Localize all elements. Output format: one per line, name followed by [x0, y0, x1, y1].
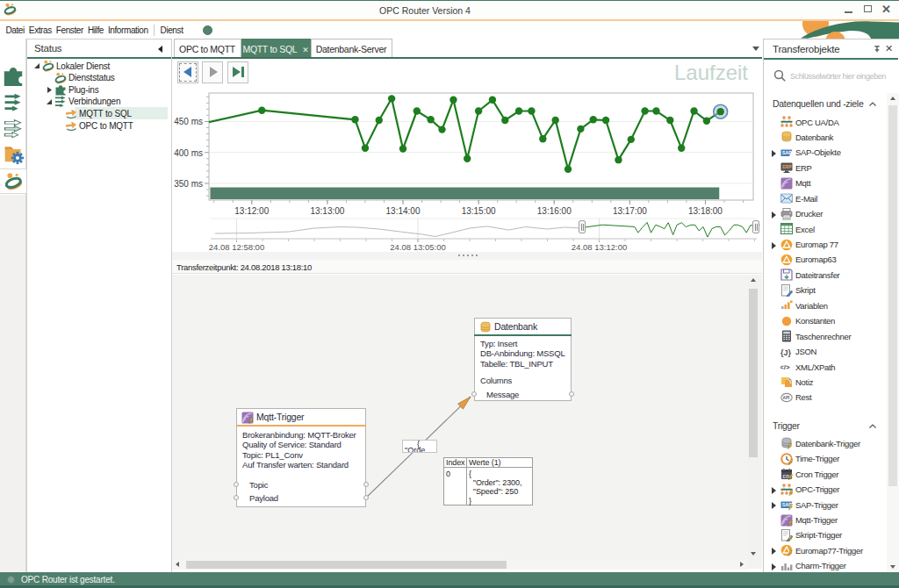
tree-item-mqtt-to-sql[interactable]: MQTT to SQL: [27, 107, 171, 119]
port-message[interactable]: Message: [486, 390, 519, 399]
data-point[interactable]: [362, 145, 369, 152]
plugins-icon[interactable]: [0, 64, 26, 89]
transfer-object-sap-trigger[interactable]: SAPSAP-Trigger: [764, 498, 887, 513]
pin-icon[interactable]: [873, 45, 881, 54]
tree-item-lokaler-dienst[interactable]: Lokaler Dienst: [27, 60, 171, 72]
opc-router-logo-icon[interactable]: [0, 172, 26, 192]
search-input[interactable]: [790, 68, 895, 84]
transfer-object-opc-trigger[interactable]: OPC-Trigger: [764, 483, 887, 498]
expand-icon[interactable]: [772, 487, 776, 494]
port-dot[interactable]: [569, 391, 574, 397]
connections-icon[interactable]: [0, 93, 26, 114]
transfer-object-rest[interactable]: APIRest: [764, 391, 887, 405]
tab-overflow-chevron-icon[interactable]: [752, 47, 759, 51]
scroll-left-icon[interactable]: [176, 562, 179, 567]
port-topic[interactable]: Topic: [249, 480, 268, 490]
tab-opc-to-mqtt[interactable]: OPC to MQTT: [174, 39, 241, 57]
chevron-up-icon[interactable]: [869, 102, 876, 106]
data-point[interactable]: [399, 145, 406, 152]
section-datenquellen-und-ziele[interactable]: Datenquellen und -ziele: [764, 97, 887, 115]
data-point[interactable]: [351, 116, 358, 123]
data-point[interactable]: [501, 117, 508, 124]
data-point[interactable]: [539, 135, 546, 142]
scroll-down-icon[interactable]: [890, 565, 895, 569]
splitter[interactable]: [172, 252, 762, 260]
tree-expanded-icon[interactable]: [47, 99, 53, 105]
data-point[interactable]: [628, 136, 635, 143]
nav-forward-button[interactable]: [202, 61, 223, 83]
data-point[interactable]: [388, 95, 395, 102]
transfer-object-drucker[interactable]: Drucker: [764, 207, 887, 222]
timeline-handle-right[interactable]: [752, 220, 759, 233]
data-point[interactable]: [641, 107, 648, 114]
expand-icon[interactable]: [772, 502, 776, 509]
scroll-up-icon[interactable]: [751, 278, 756, 282]
data-point[interactable]: [438, 125, 445, 133]
connection-diagram-canvas[interactable]: DatenbankTyp: Insert DB-Anbindung: MSSQL…: [172, 275, 762, 569]
panel-vertical-scrollbar[interactable]: [887, 93, 899, 572]
data-point[interactable]: [376, 117, 383, 124]
port-dot[interactable]: [234, 482, 239, 487]
nav-last-button[interactable]: [227, 61, 248, 83]
tab-datenbank-server[interactable]: Datenbank-Server: [311, 39, 392, 57]
menu-dienst[interactable]: Dienst: [158, 21, 185, 35]
project-settings-icon[interactable]: [0, 143, 26, 167]
transfer-object-excel[interactable]: Excel: [764, 222, 887, 237]
node-datenbank[interactable]: DatenbankTyp: Insert DB-Anbindung: MSSQL…: [474, 318, 572, 401]
tree-item-plug-ins[interactable]: Plug-ins: [27, 83, 171, 96]
data-point[interactable]: [450, 97, 457, 104]
connections-outline-icon[interactable]: [0, 119, 26, 140]
data-point[interactable]: [666, 117, 673, 124]
data-point[interactable]: [464, 155, 471, 162]
transfer-object-cron-trigger[interactable]: EBCron Trigger: [764, 467, 887, 482]
port-dot[interactable]: [363, 495, 369, 500]
timeline-handle-left[interactable]: [579, 220, 586, 233]
expand-icon[interactable]: [772, 242, 776, 249]
data-point[interactable]: [475, 107, 482, 114]
data-point[interactable]: [258, 107, 265, 114]
collapse-panel-icon[interactable]: [158, 46, 162, 53]
data-point[interactable]: [615, 156, 622, 163]
transfer-object-charm-trigger[interactable]: Charm-Trigger: [764, 559, 887, 572]
transfer-object-konstanten[interactable]: Konstanten: [764, 314, 887, 329]
transfer-object-mqtt[interactable]: Mqtt: [764, 176, 887, 191]
transfer-object-notiz[interactable]: Notiz: [764, 375, 887, 390]
menu-fenster[interactable]: Fenster: [54, 21, 85, 35]
menu-hilfe[interactable]: Hilfe: [85, 21, 105, 35]
data-point[interactable]: [602, 117, 609, 124]
data-point[interactable]: [590, 116, 597, 123]
transfer-object-euromap63[interactable]: Euromap63: [764, 253, 887, 268]
data-point[interactable]: [716, 108, 723, 115]
node-mqtt-trigger[interactable]: Mqtt-TriggerBrokeranbindung: MQTT-Broker…: [236, 408, 366, 507]
transfer-object-time-trigger[interactable]: Time-Trigger: [764, 452, 887, 467]
data-point[interactable]: [489, 97, 496, 104]
tree-expanded-icon[interactable]: [34, 63, 40, 69]
expand-icon[interactable]: [772, 548, 776, 555]
port-payload[interactable]: Payload: [249, 493, 278, 503]
port-dot[interactable]: [234, 495, 239, 500]
timeline-overview[interactable]: 24.08 12:58:0024.08 13:05:0024.08 13:12:…: [172, 216, 762, 252]
tree-collapsed-icon[interactable]: [47, 87, 53, 93]
scroll-right-icon[interactable]: [740, 562, 744, 567]
data-point[interactable]: [565, 166, 572, 173]
menu-extras[interactable]: Extras: [26, 21, 54, 35]
nav-back-button[interactable]: [177, 61, 198, 83]
section-trigger[interactable]: Trigger: [764, 419, 887, 434]
data-point[interactable]: [577, 125, 584, 133]
tree-item-dienststatus[interactable]: Dienststatus: [27, 72, 171, 84]
data-point[interactable]: [678, 145, 685, 152]
expand-icon[interactable]: [772, 212, 776, 219]
data-point[interactable]: [652, 107, 659, 114]
data-point[interactable]: [690, 107, 697, 114]
data-point[interactable]: [515, 107, 522, 114]
expand-icon[interactable]: [772, 563, 776, 570]
transfer-object-skript[interactable]: Skript: [764, 283, 887, 298]
transfer-object-variablen[interactable]: Variablen: [764, 298, 887, 313]
transfer-object-euromap-77[interactable]: Euromap 77: [764, 238, 887, 253]
data-point[interactable]: [551, 117, 558, 124]
port-dot[interactable]: [363, 482, 369, 487]
scroll-down-icon[interactable]: [751, 552, 756, 556]
transfer-object-euromap77-trigger[interactable]: Euromap77-Trigger: [764, 543, 887, 558]
transfer-object-datenbank-trigger[interactable]: Datenbank-Trigger: [764, 436, 887, 451]
transfer-object-mqtt-trigger[interactable]: Mqtt-Trigger: [764, 513, 887, 528]
